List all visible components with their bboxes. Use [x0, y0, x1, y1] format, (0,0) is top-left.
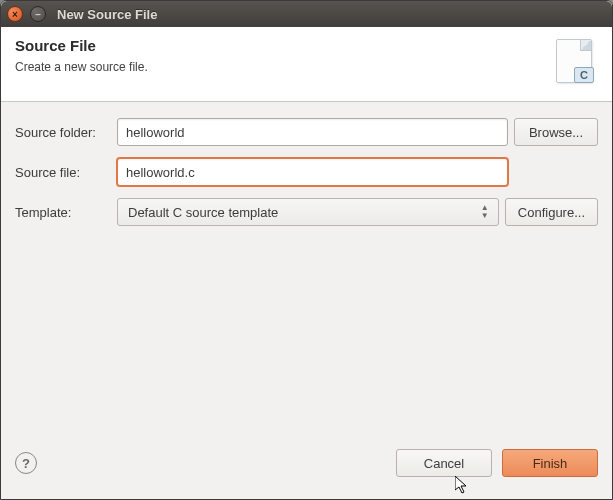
source-file-label: Source file: [15, 165, 111, 180]
chevron-updown-icon: ▲▼ [478, 202, 492, 222]
configure-button[interactable]: Configure... [505, 198, 598, 226]
dialog-header: Source File Create a new source file. C [1, 27, 612, 102]
header-title: Source File [15, 37, 148, 54]
close-icon[interactable]: × [7, 6, 23, 22]
window-title: New Source File [57, 7, 157, 22]
source-file-row: Source file: [15, 158, 598, 186]
minimize-icon[interactable]: – [30, 6, 46, 22]
template-row: Template: Default C source template ▲▼ C… [15, 198, 598, 226]
source-file-input[interactable] [117, 158, 508, 186]
cancel-button[interactable]: Cancel [396, 449, 492, 477]
dialog-footer: ? Cancel Finish [1, 438, 612, 499]
header-subtitle: Create a new source file. [15, 60, 148, 74]
template-value: Default C source template [128, 205, 278, 220]
source-folder-input[interactable] [117, 118, 508, 146]
source-file-icon: C [554, 37, 598, 89]
browse-button[interactable]: Browse... [514, 118, 598, 146]
template-label: Template: [15, 205, 111, 220]
help-icon[interactable]: ? [15, 452, 37, 474]
dialog-content: Source folder: Browse... Source file: Te… [1, 102, 612, 438]
template-select[interactable]: Default C source template ▲▼ [117, 198, 499, 226]
finish-button[interactable]: Finish [502, 449, 598, 477]
source-folder-row: Source folder: Browse... [15, 118, 598, 146]
source-folder-label: Source folder: [15, 125, 111, 140]
titlebar[interactable]: × – New Source File [1, 1, 612, 27]
dialog-window: × – New Source File Source File Create a… [0, 0, 613, 500]
